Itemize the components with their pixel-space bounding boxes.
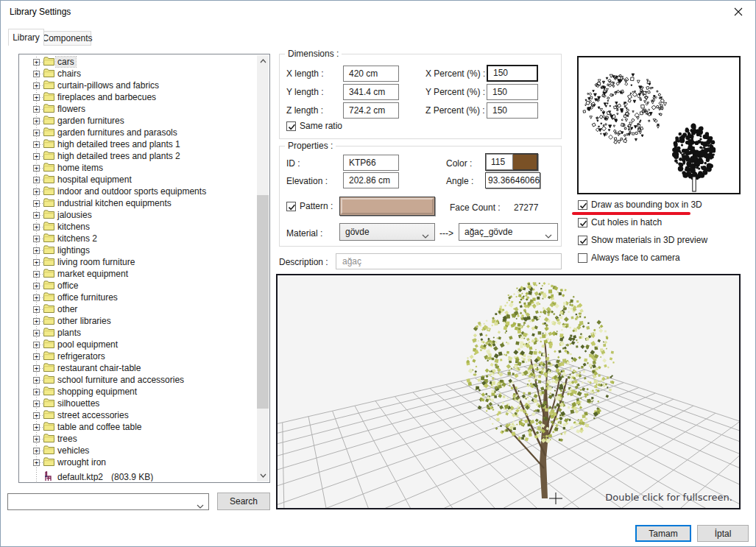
close-button[interactable] [721,1,755,23]
expand-icon[interactable]: + [33,283,40,289]
expand-icon[interactable]: + [33,130,40,136]
cancel-button[interactable]: İptal [697,525,749,542]
cut-holes-in-hatch-checkbox[interactable] [578,218,587,227]
tree-item-refrigerators[interactable]: +refrigerators [20,350,257,362]
search-combobox[interactable] [7,493,209,510]
pattern-checkbox[interactable] [286,202,296,211]
tree-item-lightings[interactable]: +lightings [20,244,257,256]
tree-item-kitchens-2[interactable]: +kitchens 2 [20,233,257,244]
expand-icon[interactable]: + [33,188,40,195]
expand-icon[interactable]: + [33,200,40,207]
show-materials-in-3d-preview-checkbox[interactable] [578,236,587,245]
expand-icon[interactable]: + [33,459,40,466]
tree-item-kitchens[interactable]: +kitchens [20,221,257,233]
tree-item-fireplaces-and-barbecues[interactable]: +fireplaces and barbecues [20,91,257,103]
expand-icon[interactable]: + [33,271,40,278]
option-always-face-to-camera[interactable]: Always face to camera [578,253,751,263]
expand-icon[interactable]: + [33,106,40,113]
tree-item-office-furnitures[interactable]: +office furnitures [20,292,257,303]
ok-button[interactable]: Tamam [635,525,691,542]
tree-item-restaurant-chair-table[interactable]: +restaurant chair-table [20,362,257,374]
expand-icon[interactable]: + [33,318,40,325]
tree-item-chairs[interactable]: +chairs [20,68,257,80]
material-source-dropdown[interactable]: gövde [339,223,435,241]
material-target-dropdown[interactable]: ağaç_gövde [459,223,558,241]
tree-item-industrial-kitchen-equipments[interactable]: +industrial kitchen equipments [20,197,257,209]
tree-item-plants[interactable]: +plants [20,327,257,339]
expand-icon[interactable]: + [33,412,40,419]
expand-icon[interactable]: + [33,306,40,313]
tree-item-shopping-equipment[interactable]: +shopping equipment [20,386,257,398]
tree-item-high-detailed-trees-and-plants-2[interactable]: +high detailed trees and plants 2 [20,150,257,162]
option-show-materials-in-3d-preview[interactable]: Show materials in 3D preview [578,235,751,245]
tree-item-market-equipment[interactable]: +market equipment [20,268,257,280]
expand-icon[interactable]: + [33,330,40,336]
same-ratio-checkbox[interactable] [286,121,296,131]
tree-item-living-room-furniture[interactable]: +living room furniture [20,256,257,268]
tree-item-table-and-coffee-table[interactable]: +table and coffee table [20,421,257,433]
expand-icon[interactable]: + [33,448,40,454]
expand-icon[interactable]: + [33,353,40,360]
pattern-swatch[interactable] [339,197,435,216]
tree-scrollbar[interactable] [257,55,269,481]
tree-item-silhouettes[interactable]: +silhouettes [20,398,257,409]
y-length-field[interactable]: 341.4 cm [343,84,399,100]
expand-icon[interactable]: + [33,424,40,431]
tree-item-jalousies[interactable]: +jalousies [20,209,257,221]
always-face-to-camera-checkbox[interactable] [578,253,587,263]
tab-library[interactable]: Library [8,29,44,46]
expand-icon[interactable]: + [33,377,40,384]
tree-item-street-accessories[interactable]: +street accessories [20,409,257,421]
tree-item-office[interactable]: +office [20,280,257,292]
expand-icon[interactable]: + [33,294,40,301]
color-swatch[interactable] [513,154,537,170]
tree-item-home-items[interactable]: +home items [20,162,257,174]
search-button[interactable]: Search [217,493,270,510]
tree-item-pool-equipment[interactable]: +pool equipment [20,339,257,350]
expand-icon[interactable]: + [33,71,40,77]
expand-icon[interactable]: + [33,212,40,219]
plan-elevation-preview[interactable] [577,56,741,194]
expand-icon[interactable]: + [33,224,40,230]
expand-icon[interactable]: + [33,82,40,89]
expand-icon[interactable]: + [33,141,40,148]
tree-item-school-furniture-and-accessories[interactable]: +school furniture and accessories [20,374,257,386]
expand-icon[interactable]: + [33,153,40,160]
model-3d-preview[interactable]: Double click for fullscreen. [276,274,741,509]
tree-item-hospital-equipment[interactable]: +hospital equipment [20,174,257,186]
x-percent-field[interactable]: 150 [487,65,538,82]
expand-icon[interactable]: + [33,365,40,372]
expand-icon[interactable]: + [33,59,40,66]
angle-field[interactable]: 93.366460663 [485,172,540,188]
expand-icon[interactable]: + [33,389,40,395]
expand-icon[interactable]: + [33,342,40,348]
pattern-option[interactable]: Pattern : [286,201,333,211]
description-field[interactable]: ağaç [336,253,562,269]
draw-as-bounding-box-in-3d-checkbox[interactable] [578,200,587,210]
tree-item-flowers[interactable]: +flowers [20,103,257,115]
tree-item-garden-furnitures[interactable]: +garden furnitures [20,115,257,127]
expand-icon[interactable]: + [33,177,40,183]
tree-item-curtain-pillows-and-fabrics[interactable]: +curtain-pillows and fabrics [20,80,257,91]
tree-item-garden-furnitures-and-parasols[interactable]: +garden furnitures and parasols [20,127,257,138]
z-percent-field[interactable]: 150 [487,102,538,119]
tree-item-wrought-iron[interactable]: +wrought iron [20,456,257,468]
tab-components[interactable]: Components [43,31,91,46]
expand-icon[interactable]: + [33,94,40,101]
scrollbar-thumb[interactable] [257,195,269,409]
same-ratio-option[interactable]: Same ratio [286,121,342,131]
scroll-down-button[interactable] [257,470,269,481]
expand-icon[interactable]: + [33,259,40,266]
tree-item-indoor-and-outdoor-sports-equipments[interactable]: +indoor and outdoor sports equipments [20,186,257,197]
tree-item-default-ktp2[interactable]: default.ktp2(803.9 KB) [20,471,257,481]
y-percent-field[interactable]: 150 [487,84,538,100]
expand-icon[interactable]: + [33,236,40,242]
tree-item-other[interactable]: +other [20,303,257,315]
expand-icon[interactable]: + [33,118,40,124]
expand-icon[interactable]: + [33,247,40,254]
color-number-field[interactable]: 115 [486,154,513,170]
x-length-field[interactable]: 420 cm [343,66,399,82]
expand-icon[interactable]: + [33,400,40,407]
color-picker[interactable]: 115 [485,153,538,171]
scroll-up-button[interactable] [257,55,269,67]
